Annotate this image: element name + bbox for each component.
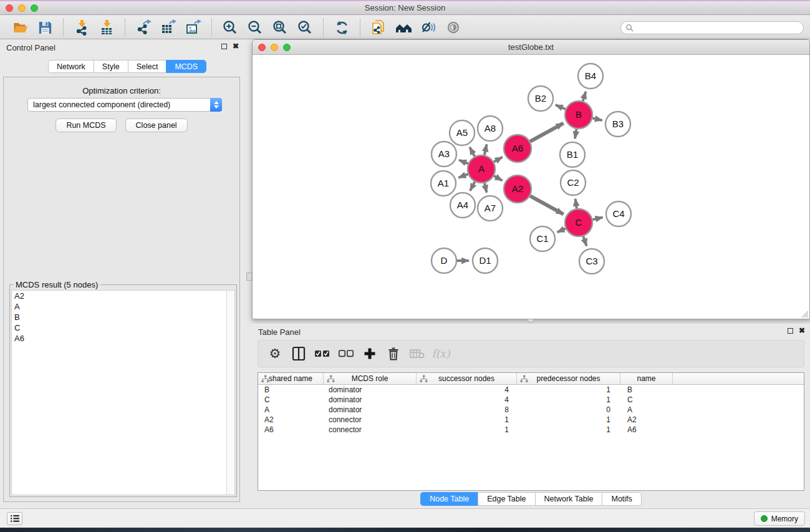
table-settings-button[interactable]: ⚙ — [264, 344, 286, 364]
graph-edge-A-A4[interactable] — [470, 181, 475, 190]
select-all-columns-button[interactable] — [312, 344, 333, 364]
tab-motifs[interactable]: Motifs — [602, 492, 641, 506]
refresh-icon — [334, 20, 350, 36]
delete-column-button[interactable] — [383, 344, 404, 364]
memory-button[interactable]: Memory — [754, 511, 805, 526]
column-header-mcds-role[interactable]: MCDS role — [324, 373, 417, 384]
graph-edge-A6-B[interactable] — [530, 123, 563, 142]
show-graphics-details-button[interactable] — [443, 18, 463, 37]
export-table-button[interactable] — [158, 18, 178, 37]
zoom-selected-button[interactable] — [295, 18, 315, 37]
task-history-button[interactable] — [7, 512, 22, 525]
tab-network-table[interactable]: Network Table — [535, 492, 602, 506]
cell-predecessor-nodes: 1 — [517, 385, 620, 394]
zoom-out-button[interactable] — [245, 18, 265, 37]
table-row[interactable]: A2 connector 1 1 A2 — [258, 415, 804, 425]
result-scrollbar[interactable] — [226, 291, 234, 495]
graph-edge-A-A1[interactable] — [458, 174, 468, 178]
network-window-titlebar[interactable]: testGlobe.txt — [253, 40, 809, 55]
graph-edge-B-B4[interactable] — [583, 92, 586, 101]
control-panel-title: Control Panel — [6, 43, 55, 52]
graph-edge-A-A7[interactable] — [485, 183, 486, 192]
close-window-button[interactable] — [6, 4, 13, 12]
float-panel-icon[interactable] — [221, 44, 227, 49]
graph-edge-B-B2[interactable] — [556, 105, 566, 109]
deselect-all-columns-button[interactable] — [335, 344, 357, 364]
network-close-button[interactable] — [258, 44, 266, 51]
table-row[interactable]: A6 connector 1 1 A6 — [258, 425, 804, 435]
dropdown-value: largest connected component (directed) — [28, 100, 210, 109]
refresh-button[interactable] — [332, 18, 352, 37]
close-table-panel-icon[interactable]: ✖ — [799, 327, 805, 334]
graph-edge-C-C3[interactable] — [583, 236, 586, 246]
home-button[interactable] — [393, 18, 413, 37]
search-input[interactable] — [636, 24, 792, 32]
cell-name: A6 — [620, 425, 673, 434]
list-item[interactable]: A — [12, 301, 234, 312]
tab-edge-table[interactable]: Edge Table — [478, 492, 534, 506]
export-image-button[interactable] — [183, 18, 203, 37]
graph-node-label-C3: C3 — [586, 256, 597, 266]
graph-edge-A2-C[interactable] — [530, 196, 563, 214]
column-header-shared-name[interactable]: shared name — [258, 373, 324, 384]
zoom-fit-button[interactable] — [270, 18, 290, 37]
graph-edge-A-A5[interactable] — [470, 147, 475, 157]
graph-edge-A-A3[interactable] — [459, 160, 468, 164]
tab-network[interactable]: Network — [48, 60, 94, 73]
network-from-file-button[interactable] — [369, 18, 388, 37]
search-icon — [625, 24, 634, 32]
column-label: shared name — [269, 374, 312, 383]
column-header-name[interactable]: name — [620, 373, 673, 384]
mcds-result-list[interactable]: A2 A B C A6 — [11, 290, 235, 495]
tab-select[interactable]: Select — [128, 60, 166, 73]
graph-edge-C-C4[interactable] — [592, 218, 602, 220]
run-mcds-button[interactable]: Run MCDS — [55, 118, 116, 132]
list-item[interactable]: A2 — [12, 291, 234, 301]
cell-name: A — [620, 405, 673, 414]
zoom-window-button[interactable] — [31, 4, 38, 12]
minimize-window-button[interactable] — [18, 4, 26, 12]
search-field[interactable] — [620, 21, 804, 34]
show-columns-button[interactable] — [288, 344, 309, 364]
graph-edge-C-C1[interactable] — [557, 228, 566, 232]
function-builder-button-disabled: f(x) — [430, 344, 451, 364]
close-panel-icon[interactable]: ✖ — [233, 43, 239, 49]
open-session-button[interactable] — [10, 18, 30, 37]
graph-edge-A-A8[interactable] — [485, 144, 487, 155]
save-session-button[interactable] — [35, 18, 55, 37]
close-panel-button[interactable]: Close panel — [125, 118, 188, 132]
import-network-button[interactable] — [72, 18, 92, 37]
network-graph[interactable]: B4B2BB3A5A8A6A3AB1A1C2A2A4A7CC4C1C3DD1 — [253, 55, 809, 319]
float-table-panel-icon[interactable] — [788, 328, 793, 334]
tab-node-table[interactable]: Node Table — [420, 492, 478, 506]
graph-edge-A-A6[interactable] — [494, 157, 503, 162]
graph-edge-A-A2[interactable] — [494, 176, 502, 180]
graph-edge-B-B1[interactable] — [575, 129, 576, 139]
network-canvas[interactable]: B4B2BB3A5A8A6A3AB1A1C2A2A4A7CC4C1C3DD1 — [253, 55, 809, 319]
list-item[interactable]: B — [12, 312, 234, 322]
list-item[interactable]: A6 — [12, 333, 234, 344]
node-table[interactable]: shared name MCDS role successor nodes pr… — [258, 372, 804, 491]
table-row[interactable]: B dominator 4 1 B — [258, 385, 804, 395]
horizontal-split-handle[interactable] — [528, 319, 534, 322]
vertical-split-handle[interactable] — [246, 273, 252, 281]
import-table-button[interactable] — [97, 18, 117, 37]
optimization-criterion-select[interactable]: largest connected component (directed) — [27, 98, 222, 112]
graph-edge-C-C2[interactable] — [576, 199, 577, 208]
zoom-in-button[interactable] — [220, 18, 240, 37]
network-minimize-button[interactable] — [271, 44, 278, 51]
import-table-icon — [99, 19, 115, 36]
network-zoom-button[interactable] — [283, 44, 291, 51]
create-column-button[interactable] — [359, 344, 380, 364]
list-item[interactable]: C — [12, 322, 234, 333]
resize-grip-icon[interactable] — [800, 309, 808, 317]
hide-graphics-details-button[interactable] — [418, 18, 438, 37]
column-header-successor-nodes[interactable]: successor nodes — [417, 373, 517, 384]
graph-edge-B-B3[interactable] — [592, 118, 602, 120]
table-row[interactable]: A dominator 8 0 A — [258, 405, 804, 415]
tab-mcds[interactable]: MCDS — [166, 60, 206, 73]
export-network-button[interactable] — [133, 18, 153, 37]
table-row[interactable]: C dominator 4 1 C — [258, 395, 804, 405]
tab-style[interactable]: Style — [94, 60, 128, 73]
column-header-predecessor-nodes[interactable]: predecessor nodes — [517, 373, 620, 384]
